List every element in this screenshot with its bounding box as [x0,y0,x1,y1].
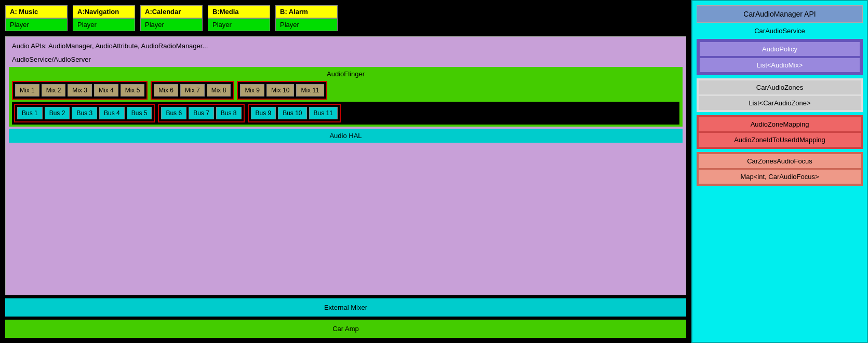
mix-box-2-1: Mix 10 [266,84,294,97]
red-box: AudioZoneMapping AudioZoneIdToUserIdMapp… [697,115,863,149]
mix-box-2-0: Mix 9 [240,84,264,97]
mix-box-1-1: Mix 7 [180,84,205,97]
mix-group-0: Mix 1 Mix 2 Mix 3 Mix 4 Mix 5 [12,81,148,100]
mix-box-0-0: Mix 1 [15,84,39,97]
player-card-0: A: Music Player [5,5,68,31]
bus-box-2-2: Bus 11 [309,107,338,119]
mix-groups-row: Mix 1 Mix 2 Mix 3 Mix 4 Mix 5 Mix 6 Mix … [12,81,679,100]
player-card-2: A:Calendar Player [140,5,203,31]
caraudiozones-label: CarAudioZones [699,80,861,94]
player-card-top-4: B: Alarm [275,5,338,18]
bus-groups-row: Bus 1 Bus 2 Bus 3 Bus 4 Bus 5 Bus 6 Bus … [12,102,679,125]
mix-box-0-3: Mix 4 [94,84,118,97]
player-card-bottom-2: Player [140,18,203,31]
right-panel: CarAudioManager API CarAudioService Audi… [691,0,868,343]
mix-group-2: Mix 9 Mix 10 Mix 11 [237,81,327,100]
mix-box-0-4: Mix 5 [121,84,145,97]
audiopolicy-label: AudioPolicy [700,42,860,56]
bus-box-2-0: Bus 9 [251,107,276,119]
bus-box-0-1: Bus 2 [45,107,70,119]
audio-hal-row: Audio HAL [9,129,683,143]
salmon-box: CarZonesAudioFocus Map<int, CarAudioFocu… [697,152,863,186]
players-row: A: Music Player A:Navigation Player A:Ca… [5,5,686,31]
player-card-bottom-3: Player [208,18,270,31]
bus-box-0-2: Bus 3 [72,107,97,119]
bus-box-1-0: Bus 6 [161,107,186,119]
player-card-bottom-4: Player [275,18,338,31]
bus-box-0-4: Bus 5 [127,107,152,119]
player-card-top-2: A:Calendar [140,5,203,18]
car-amp-row: Car Amp [5,320,686,338]
audioservice-label: AudioService/AudioServer [9,54,683,65]
mix-box-1-0: Mix 6 [154,84,178,97]
bus-box-0-0: Bus 1 [17,107,43,119]
mix-box-2-2: Mix 11 [296,84,324,97]
caraudioservice-label: CarAudioService [697,26,863,36]
bus-group-0: Bus 1 Bus 2 Bus 3 Bus 4 Bus 5 [14,104,155,122]
carzones-audiofocus-label: CarZonesAudioFocus [699,154,861,168]
player-card-top-1: A:Navigation [73,5,135,18]
audiozone-mapping-label: AudioZoneMapping [699,117,861,131]
bus-group-2: Bus 9 Bus 10 Bus 11 [248,104,341,122]
player-card-top-3: B:Media [208,5,270,18]
player-card-bottom-1: Player [73,18,135,31]
bus-box-1-1: Bus 7 [189,107,214,119]
purple-box: AudioPolicy List<AudioMix> [697,39,863,75]
audiozoneid-userid-label: AudioZoneIdToUserIdMapping [699,133,861,147]
map-caraudiofocus-label: Map<int, CarAudioFocus> [699,170,861,184]
bus-box-0-3: Bus 4 [99,107,125,119]
audioflinger-area: AudioFlinger Mix 1 Mix 2 Mix 3 Mix 4 Mix… [9,67,683,127]
list-audiomix-label: List<AudioMix> [700,58,860,72]
player-card-bottom-0: Player [5,18,68,31]
bus-box-2-1: Bus 10 [278,107,306,119]
caraudiomanager-api-label: CarAudioManager API [697,5,863,23]
player-card-3: B:Media Player [208,5,270,31]
audio-apis-label: Audio APIs: AudioManager, AudioAttribute… [9,40,683,52]
mix-box-1-2: Mix 8 [207,84,231,97]
mix-box-0-1: Mix 2 [42,84,66,97]
list-caraudiozone-label: List<CarAudioZone> [699,96,861,110]
bus-group-1: Bus 6 Bus 7 Bus 8 [158,104,244,122]
player-card-top-0: A: Music [5,5,68,18]
gray-box: CarAudioZones List<CarAudioZone> [697,78,863,112]
left-diagram: A: Music Player A:Navigation Player A:Ca… [0,0,691,343]
player-card-4: B: Alarm Player [275,5,338,31]
stack-area: Audio APIs: AudioManager, AudioAttribute… [5,36,686,295]
mix-box-0-2: Mix 3 [68,84,92,97]
external-mixer-row: External Mixer [5,298,686,317]
player-card-1: A:Navigation Player [73,5,135,31]
mix-group-1: Mix 6 Mix 7 Mix 8 [151,81,234,100]
audioflinger-label: AudioFlinger [12,70,679,78]
bus-box-1-2: Bus 8 [216,107,242,119]
